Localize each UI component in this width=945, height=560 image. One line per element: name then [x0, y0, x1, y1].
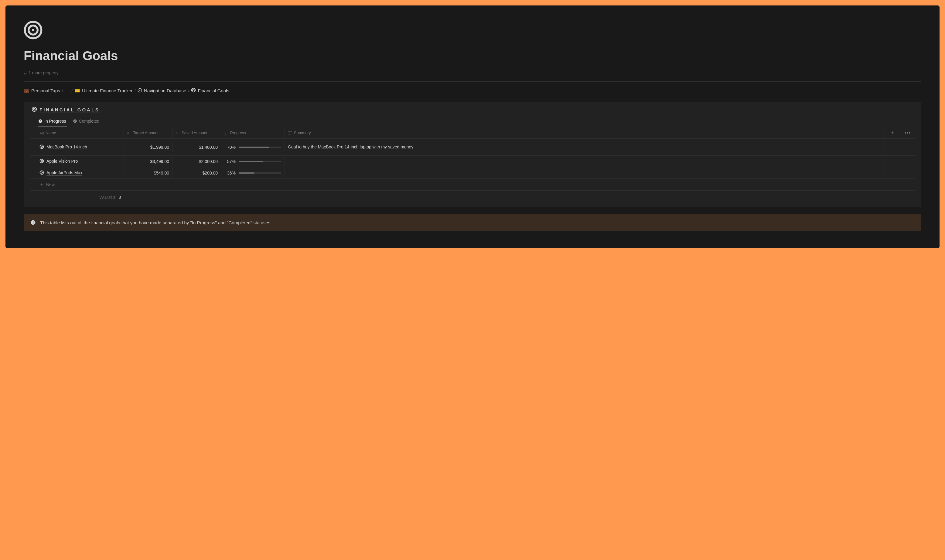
svg-rect-18 — [33, 222, 33, 224]
breadcrumb-item[interactable]: … — [65, 88, 69, 93]
tab-label: Completed — [79, 118, 100, 123]
cell-spacer — [900, 145, 915, 150]
cell-saved[interactable]: $2,000.00 — [173, 157, 221, 166]
clock-icon — [38, 119, 43, 123]
svg-point-14 — [40, 171, 44, 174]
breadcrumb-separator: / — [134, 88, 136, 93]
tab-in-progress[interactable]: In Progress — [38, 116, 67, 127]
callout-text: This table lists out all the financial g… — [40, 220, 272, 225]
tab-label: In Progress — [44, 118, 66, 123]
svg-point-2 — [32, 29, 34, 31]
cell-saved[interactable]: $200.00 — [173, 168, 221, 178]
breadcrumb-label: Financial Goals — [198, 88, 229, 93]
target-icon — [40, 159, 44, 164]
svg-point-6 — [32, 107, 37, 111]
cell-summary[interactable] — [285, 159, 885, 164]
column-options-button[interactable]: ••• — [900, 128, 915, 138]
row-name: MacBook Pro 14-inch — [46, 145, 87, 150]
progress-bar — [239, 172, 282, 174]
breadcrumb-item[interactable]: Financial Goals — [191, 88, 229, 93]
svg-point-5 — [193, 89, 195, 91]
breadcrumb-label: Personal Taps — [31, 88, 60, 93]
table-header: Aa Name # Target Amount # Saved Amount ∑… — [30, 127, 915, 139]
values-label: VALUES — [100, 196, 116, 199]
add-column-button[interactable]: ＋ — [885, 127, 900, 138]
cell-spacer — [885, 171, 900, 175]
aggregate-row: VALUES 3 — [30, 191, 915, 200]
more-properties-toggle[interactable]: 1 more property — [24, 69, 921, 82]
table: Aa Name # Target Amount # Saved Amount ∑… — [24, 127, 921, 200]
row-name: Apple AirPods Max — [46, 170, 82, 176]
progress-percent: 36% — [224, 171, 236, 175]
cell-target[interactable]: $1,999.00 — [124, 142, 173, 152]
plus-icon: ＋ — [40, 182, 44, 187]
column-header-progress[interactable]: ∑ Progress — [221, 128, 285, 137]
svg-point-7 — [33, 108, 35, 110]
breadcrumb-label: … — [65, 88, 69, 93]
svg-point-11 — [41, 146, 43, 148]
column-label: Saved Amount — [182, 131, 207, 135]
svg-point-15 — [41, 172, 43, 173]
breadcrumb-item[interactable]: 💳 Ultimate Finance Tracker — [74, 88, 133, 93]
column-header-name[interactable]: Aa Name — [30, 128, 124, 137]
cell-name[interactable]: MacBook Pro 14-inch — [30, 142, 124, 152]
target-icon — [191, 88, 196, 93]
tab-completed[interactable]: Completed — [72, 116, 100, 127]
plus-icon: ＋ — [890, 129, 895, 136]
svg-point-4 — [192, 88, 196, 92]
breadcrumb: 💼 Personal Taps / … / 💳 Ultimate Finance… — [24, 88, 921, 93]
target-icon — [32, 106, 37, 113]
new-row-button[interactable]: ＋ New — [30, 179, 915, 191]
table-row[interactable]: MacBook Pro 14-inch$1,999.00$1,400.0070%… — [30, 139, 915, 156]
breadcrumb-label: Ultimate Finance Tracker — [82, 88, 133, 93]
column-header-saved[interactable]: # Saved Amount — [173, 128, 221, 137]
page-title: Financial Goals — [24, 49, 921, 63]
page-icon-target — [24, 21, 43, 40]
database-title: FINANCIAL GOALS — [40, 107, 100, 113]
breadcrumb-label: Navigation Database — [144, 88, 186, 93]
table-row[interactable]: Apple Vision Pro$3,499.00$2,000.0057% — [30, 156, 915, 167]
lines-icon — [288, 131, 292, 135]
cell-name[interactable]: Apple Vision Pro — [30, 156, 124, 167]
briefcase-icon: 💼 — [24, 88, 29, 93]
column-label: Summary — [294, 131, 311, 135]
svg-point-9 — [73, 119, 77, 123]
column-header-summary[interactable]: Summary — [285, 128, 885, 137]
cell-progress[interactable]: 57% — [221, 157, 285, 166]
breadcrumb-separator: / — [188, 88, 189, 93]
breadcrumb-item[interactable]: Navigation Database — [137, 88, 186, 93]
cell-spacer — [885, 159, 900, 164]
chevron-down-icon — [24, 71, 27, 74]
sigma-icon: ∑ — [224, 131, 228, 135]
more-icon: ••• — [905, 130, 911, 136]
progress-percent: 57% — [224, 159, 236, 164]
compass-icon — [137, 88, 142, 93]
number-icon: # — [127, 131, 131, 135]
cell-spacer — [900, 159, 915, 164]
cell-name[interactable]: Apple AirPods Max — [30, 168, 124, 178]
breadcrumb-item[interactable]: 💼 Personal Taps — [24, 88, 60, 93]
cell-target[interactable]: $3,499.00 — [124, 157, 173, 166]
cell-progress[interactable]: 70% — [221, 142, 285, 152]
check-circle-icon — [73, 119, 77, 123]
svg-point-12 — [40, 159, 44, 163]
new-row-label: New — [46, 182, 55, 187]
target-icon — [40, 145, 44, 150]
cell-summary[interactable]: Goal to buy the MacBook Pro 14-inch lapt… — [285, 141, 885, 153]
breadcrumb-separator: / — [62, 88, 63, 93]
svg-point-10 — [40, 145, 44, 148]
database-block: FINANCIAL GOALS In Progress Completed Aa — [24, 102, 921, 207]
cell-summary[interactable] — [285, 171, 885, 175]
progress-percent: 70% — [224, 145, 236, 150]
card-icon: 💳 — [74, 88, 80, 93]
cell-progress[interactable]: 36% — [221, 168, 285, 178]
number-icon: # — [176, 131, 180, 135]
table-row[interactable]: Apple AirPods Max$549.00$200.0036% — [30, 167, 915, 179]
cell-saved[interactable]: $1,400.00 — [173, 142, 221, 152]
more-properties-label: 1 more property — [29, 71, 59, 75]
info-icon — [30, 220, 36, 225]
cell-target[interactable]: $549.00 — [124, 168, 173, 178]
column-header-target[interactable]: # Target Amount — [124, 128, 173, 137]
database-title-row[interactable]: FINANCIAL GOALS — [24, 106, 921, 116]
breadcrumb-separator: / — [71, 88, 72, 93]
